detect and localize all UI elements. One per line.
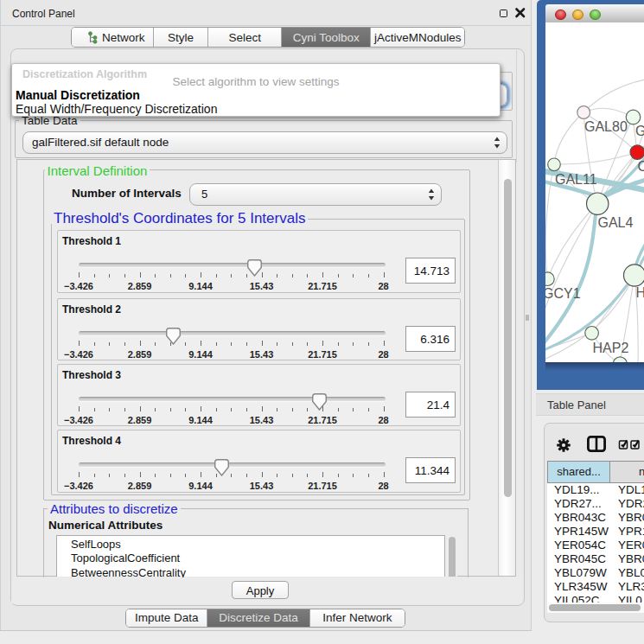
svg-text:GCY1: GCY1 xyxy=(545,286,581,301)
svg-text:GAL4: GAL4 xyxy=(598,215,634,230)
svg-text:GAL11: GAL11 xyxy=(555,172,597,187)
svg-text:CY: CY xyxy=(638,159,644,174)
svg-text:HAP2: HAP2 xyxy=(593,341,629,355)
svg-text:GAL80: GAL80 xyxy=(584,119,628,134)
svg-text:GA: GA xyxy=(635,124,644,138)
svg-text:HA: HA xyxy=(636,285,644,300)
